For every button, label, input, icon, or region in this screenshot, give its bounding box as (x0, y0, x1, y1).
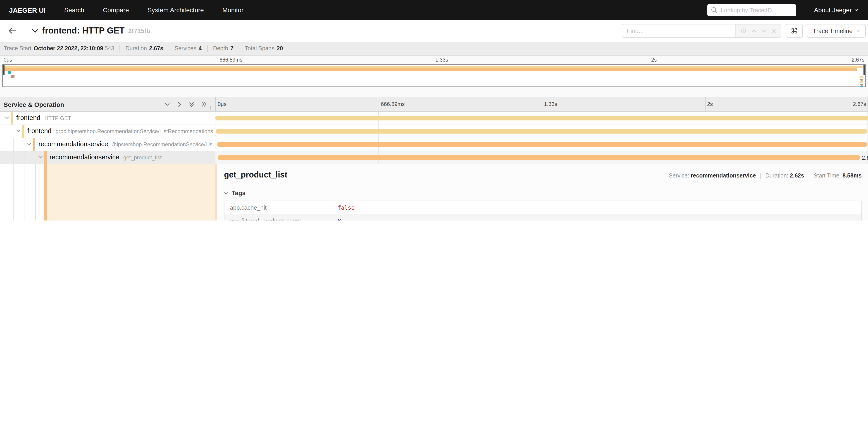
trace-minimap: 0μs666.89ms1.33s2s2.67s (0, 56, 868, 97)
about-jaeger-menu[interactable]: About Jaeger (814, 6, 858, 13)
span-name-cell[interactable]: frontendHTTP GET (0, 112, 215, 124)
span-timeline-cell[interactable] (215, 112, 868, 124)
span-row[interactable]: frontendgrpc.hipstershop.RecommendationS… (0, 125, 868, 138)
span-service-name: frontendHTTP GET (16, 114, 71, 121)
indent-guide (13, 151, 13, 164)
span-duration-label: 2.62s (862, 154, 868, 161)
span-duration-bar[interactable] (217, 142, 867, 147)
tag-row[interactable]: app.filtered_products.count8 (224, 214, 861, 220)
indent-guide (2, 138, 2, 151)
timeline-header: Service & Operation 0μs666.89ms1.33s2s2.… (0, 97, 868, 112)
minimap-tick-label: 0μs (4, 57, 12, 62)
span-duration-bar[interactable] (215, 116, 868, 120)
trace-header: frontend: HTTP GET 2f715fb ⌘ Trace Timel… (0, 20, 868, 42)
trace-id-lookup[interactable] (707, 4, 796, 16)
span-operation-name: HTTP GET (44, 115, 71, 121)
find-prev-icon[interactable] (751, 28, 757, 33)
minimap-span-mark (4, 68, 857, 71)
span-expand-chevron-icon[interactable] (4, 116, 9, 120)
clear-find-icon[interactable] (771, 28, 776, 33)
detail-meta-item: Service: recommendationservice (669, 173, 756, 179)
span-duration-bar[interactable] (218, 155, 860, 160)
service-operation-header: Service & Operation (0, 97, 215, 111)
command-icon: ⌘ (790, 27, 798, 35)
span-timeline-cell[interactable] (215, 138, 868, 151)
find-input[interactable] (622, 25, 735, 37)
span-color-accent (44, 151, 46, 164)
trace-id-short: 2f715fb (128, 27, 151, 34)
find-next-icon[interactable] (761, 28, 767, 33)
span-row[interactable]: recommendationserviceget_product_list 2.… (0, 151, 868, 164)
detail-span-meta: Service: recommendationserviceDuration: … (669, 173, 862, 179)
minimap-span-mark (8, 71, 11, 74)
indent-guide (13, 138, 13, 151)
selected-span-indent-fill (46, 164, 215, 220)
span-duration-bar[interactable] (216, 129, 867, 134)
tag-key: app.filtered_products.count (224, 214, 338, 220)
tag-value: 8 (338, 214, 341, 220)
minimap-span-mark (860, 84, 863, 85)
focus-target-icon[interactable] (740, 28, 747, 34)
collapse-one-icon[interactable] (164, 101, 170, 107)
trace-stat: Depth7 (207, 45, 234, 52)
minimap-canvas[interactable] (2, 64, 866, 87)
ruler-tick (705, 97, 705, 111)
span-timeline-cell[interactable] (215, 125, 868, 138)
keyboard-shortcuts-button[interactable]: ⌘ (786, 24, 803, 37)
nav-item-monitor[interactable]: Monitor (222, 6, 244, 13)
span-timeline-cell[interactable]: 2.62s (215, 151, 868, 164)
span-detail-indent (0, 164, 215, 220)
arrow-left-icon (8, 28, 17, 34)
trace-header-controls: ⌘ Trace Timeline (622, 24, 866, 37)
expand-one-icon[interactable] (177, 101, 182, 107)
ruler-tick-label: 2.67s (853, 101, 866, 107)
trace-title: frontend: HTTP GET (42, 26, 125, 36)
column-resizer-handle[interactable] (210, 106, 212, 110)
chevron-down-icon (856, 29, 860, 33)
span-rows: frontendHTTP GET frontendgrpc.hipstersho… (0, 112, 868, 220)
tag-row[interactable]: app.cache_hitfalse (224, 201, 861, 214)
tag-key: app.cache_hit (224, 201, 338, 214)
span-expand-chevron-icon[interactable] (38, 155, 43, 159)
nav-item-system-architecture[interactable]: System Architecture (148, 6, 204, 13)
ruler-tick-label: 1.33s (544, 101, 557, 107)
app-brand[interactable]: JAEGER UI (9, 6, 46, 14)
tags-table: app.cache_hitfalseapp.filtered_products.… (224, 201, 862, 220)
minimap-span-mark (860, 81, 863, 83)
span-detail-panel: get_product_list Service: recommendation… (215, 164, 868, 220)
span-name-cell[interactable]: recommendationservice/hipstershop.Recomm… (0, 138, 215, 151)
chevron-down-icon (224, 191, 228, 195)
nav-right: About Jaeger (707, 4, 868, 16)
span-name-cell[interactable]: frontendgrpc.hipstershop.RecommendationS… (0, 125, 215, 138)
collapse-all-icon[interactable] (189, 101, 195, 107)
find-controls (735, 25, 781, 37)
expand-all-icon[interactable] (201, 101, 207, 107)
minimap-span-mark (864, 65, 865, 75)
trace-stat: Total Spans20 (239, 45, 283, 52)
trace-stats-bar: Trace StartOctober 22 2022, 22:10:09.543… (0, 42, 868, 56)
ruler-tick (542, 97, 542, 111)
jaeger-trace-page: JAEGER UI SearchCompareSystem Architectu… (0, 0, 868, 220)
minimap-tick-label: 666.89ms (219, 57, 242, 62)
span-expand-chevron-icon[interactable] (16, 129, 21, 133)
span-expand-chevron-icon[interactable] (27, 142, 32, 146)
collapse-trace-chevron[interactable] (32, 29, 38, 33)
minimap-tick-labels: 0μs666.89ms1.33s2s2.67s (0, 56, 868, 64)
back-button[interactable] (0, 20, 25, 42)
minimap-tick-label: 1.33s (435, 57, 448, 62)
nav-item-compare[interactable]: Compare (103, 6, 129, 13)
span-row[interactable]: frontendHTTP GET (0, 112, 868, 125)
span-name-cell[interactable]: recommendationserviceget_product_list (0, 151, 215, 164)
indent-guide (2, 164, 2, 220)
span-row[interactable]: recommendationservice/hipstershop.Recomm… (0, 138, 868, 151)
indent-guide (2, 151, 2, 164)
ruler-tick (378, 97, 379, 111)
indent-guide (35, 164, 35, 220)
span-operation-name: /hipstershop.RecommendationService/Lis… (112, 141, 215, 148)
minimap-span-mark (860, 86, 863, 87)
tags-section-toggle[interactable]: Tags (224, 190, 862, 197)
trace-view-selector[interactable]: Trace Timeline (807, 24, 866, 37)
trace-id-lookup-input[interactable] (720, 6, 801, 14)
nav-item-search[interactable]: Search (64, 6, 84, 13)
ruler-tick (215, 97, 216, 111)
